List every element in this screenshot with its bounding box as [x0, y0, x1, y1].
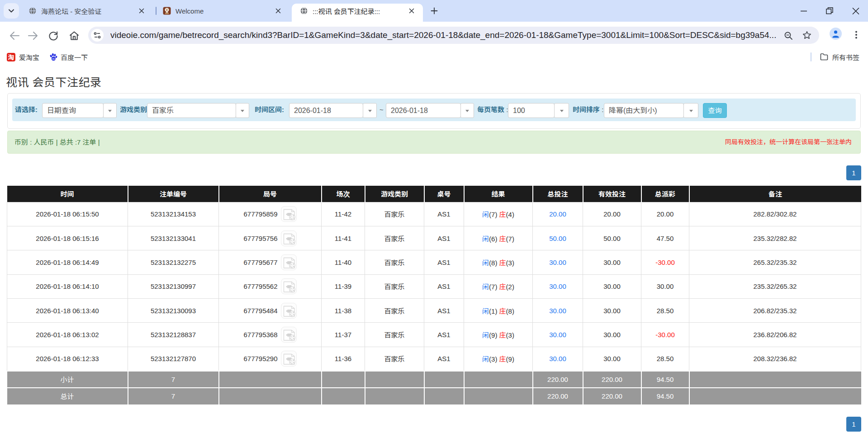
- svg-text:du: du: [52, 57, 55, 60]
